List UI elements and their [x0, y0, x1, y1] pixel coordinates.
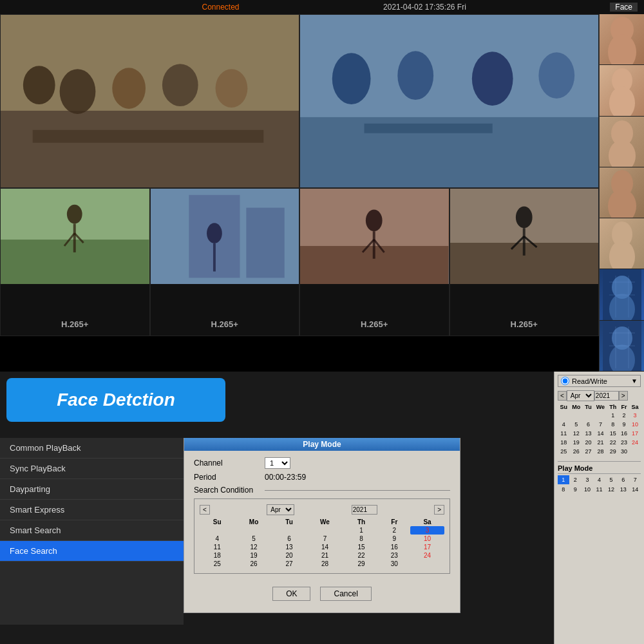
rcp-day[interactable] — [629, 447, 641, 456]
cal-day[interactable]: 15 — [345, 543, 379, 551]
rcp-day[interactable]: 16 — [619, 429, 629, 438]
cal-prev-btn[interactable]: < — [200, 505, 210, 515]
face-thumb-2[interactable] — [600, 65, 644, 116]
ok-button[interactable]: OK — [272, 587, 310, 601]
video-cell-5[interactable]: H.265+ — [299, 188, 450, 336]
cal-day[interactable]: 11 — [200, 543, 234, 551]
cal-day[interactable] — [305, 526, 344, 535]
video-cell-1[interactable] — [0, 14, 299, 188]
pm-cell[interactable]: 11 — [594, 485, 605, 494]
readwrite-dropdown-arrow[interactable]: ▼ — [631, 377, 638, 384]
pm-cell[interactable]: 6 — [618, 475, 629, 484]
sidebar-item-common-playback[interactable]: Common PlayBack — [0, 438, 184, 459]
pm-cell[interactable]: 12 — [605, 485, 617, 494]
sidebar-item-smart-search[interactable]: Smart Search — [0, 520, 184, 541]
pm-cell[interactable]: 10 — [582, 485, 593, 494]
pm-cell[interactable]: 9 — [570, 485, 582, 494]
sidebar-item-sync-playback[interactable]: Sync PlayBack — [0, 459, 184, 479]
rcp-day[interactable] — [570, 411, 583, 420]
rcp-year-input[interactable] — [594, 391, 619, 401]
cal-day[interactable]: 30 — [379, 560, 411, 568]
rcp-day[interactable]: 7 — [594, 420, 607, 429]
video-cell-2[interactable] — [299, 14, 599, 188]
cal-day[interactable]: 22 — [345, 551, 379, 560]
cal-day[interactable]: 10 — [410, 535, 444, 543]
rcp-day[interactable]: 27 — [583, 447, 594, 456]
rcp-day[interactable]: 26 — [570, 447, 583, 456]
pm-cell[interactable]: 14 — [629, 485, 641, 494]
cal-day[interactable]: 7 — [305, 535, 344, 543]
rcp-day[interactable]: 19 — [570, 438, 583, 447]
pm-cell[interactable]: 8 — [558, 485, 569, 494]
rcp-day[interactable]: 30 — [619, 447, 629, 456]
cal-day[interactable]: 9 — [379, 535, 411, 543]
cal-day[interactable]: 5 — [234, 535, 272, 543]
cal-day[interactable]: 16 — [379, 543, 411, 551]
rcp-day[interactable]: 12 — [570, 429, 583, 438]
cal-day[interactable] — [273, 526, 306, 535]
cal-day[interactable]: 12 — [234, 543, 272, 551]
rcp-day[interactable]: 9 — [619, 420, 629, 429]
cal-day[interactable]: 27 — [273, 560, 306, 568]
face-thumb-6[interactable] — [600, 269, 644, 320]
rcp-day[interactable]: 25 — [558, 447, 570, 456]
sidebar-item-face-search[interactable]: Face Search — [0, 541, 184, 562]
pm-cell[interactable]: 2 — [570, 475, 582, 484]
cal-day[interactable]: 17 — [410, 543, 444, 551]
cal-day[interactable] — [234, 526, 272, 535]
channel-select[interactable]: 1 2 4 — [265, 457, 290, 469]
rcp-day[interactable]: 14 — [594, 429, 607, 438]
rcp-day[interactable]: 18 — [558, 438, 570, 447]
cal-day[interactable]: 29 — [345, 560, 379, 568]
rcp-day[interactable]: 17 — [629, 429, 641, 438]
face-thumb-7[interactable] — [600, 321, 644, 372]
cal-day[interactable] — [410, 560, 444, 568]
cal-day[interactable]: 18 — [200, 551, 234, 560]
cal-day[interactable]: 14 — [305, 543, 344, 551]
rcp-day[interactable]: 8 — [607, 420, 619, 429]
rcp-day[interactable]: 1 — [607, 411, 619, 420]
face-tab[interactable]: Face — [610, 3, 638, 12]
cal-day[interactable]: 19 — [234, 551, 272, 560]
face-thumb-1[interactable] — [600, 14, 644, 65]
cal-next-btn[interactable]: > — [434, 505, 444, 515]
cal-day[interactable]: 28 — [305, 560, 344, 568]
pm-cell[interactable]: 5 — [605, 475, 617, 484]
cal-day[interactable]: 6 — [273, 535, 306, 543]
cal-day[interactable]: 2 — [379, 526, 411, 535]
rcp-day[interactable]: 24 — [629, 438, 641, 447]
cal-day[interactable]: 8 — [345, 535, 379, 543]
rcp-prev-btn[interactable]: < — [558, 391, 567, 401]
rcp-day[interactable]: 29 — [607, 447, 619, 456]
rcp-month-select[interactable]: JanFebMar AprMayJun JulAugSep OctNovDec — [567, 390, 594, 401]
rcp-day[interactable]: 11 — [558, 429, 570, 438]
rcp-day[interactable] — [583, 411, 594, 420]
rcp-day[interactable]: 10 — [629, 420, 641, 429]
video-cell-4[interactable]: H.265+ — [150, 188, 300, 336]
rcp-day[interactable]: 21 — [594, 438, 607, 447]
pm-cell[interactable]: 1 — [558, 475, 569, 484]
rcp-day[interactable]: 28 — [594, 447, 607, 456]
pm-cell[interactable]: 4 — [594, 475, 605, 484]
sidebar-item-smart-express[interactable]: Smart Express — [0, 500, 184, 520]
cal-day[interactable]: 24 — [410, 551, 444, 560]
cal-day[interactable]: 25 — [200, 560, 234, 568]
rcp-day[interactable] — [594, 411, 607, 420]
rcp-day[interactable]: 5 — [570, 420, 583, 429]
face-thumb-4[interactable] — [600, 167, 644, 218]
rcp-day[interactable]: 3 — [629, 411, 641, 420]
cal-day[interactable]: 23 — [379, 551, 411, 560]
face-thumb-3[interactable] — [600, 117, 644, 167]
rcp-next-btn[interactable]: > — [619, 391, 628, 401]
cal-day-today[interactable]: 3 — [410, 526, 444, 535]
pm-cell[interactable]: 7 — [629, 475, 641, 484]
cal-day[interactable] — [200, 526, 234, 535]
rcp-day[interactable]: 6 — [583, 420, 594, 429]
cal-day[interactable]: 4 — [200, 535, 234, 543]
rcp-day[interactable]: 20 — [583, 438, 594, 447]
cal-day[interactable]: 21 — [305, 551, 344, 560]
cal-day[interactable]: 20 — [273, 551, 306, 560]
rcp-day[interactable]: 23 — [619, 438, 629, 447]
rcp-day[interactable]: 4 — [558, 420, 570, 429]
cal-month-select[interactable]: JanFebMar AprMayJun JulAugSep OctNovDec — [267, 504, 294, 515]
